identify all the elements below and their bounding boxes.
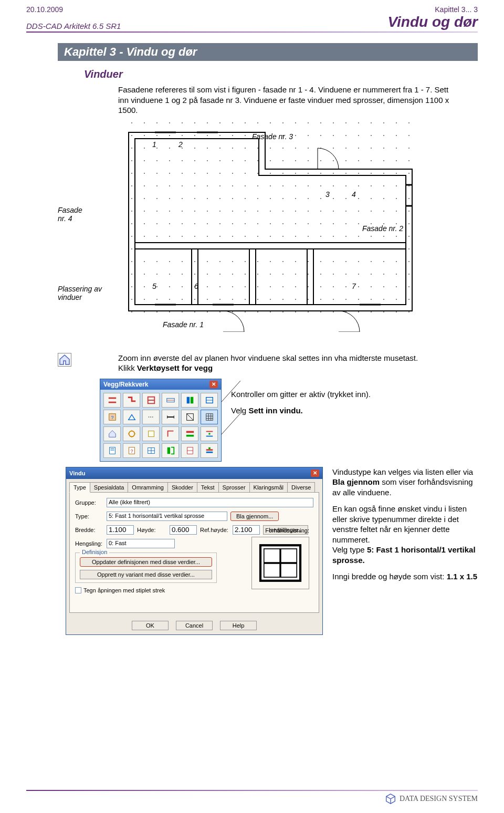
- tool-icon[interactable]: [181, 443, 198, 458]
- insert-window-tool[interactable]: [142, 443, 160, 458]
- close-icon[interactable]: ✕: [209, 381, 218, 388]
- svg-rect-9: [108, 397, 116, 399]
- svg-rect-34: [186, 431, 193, 433]
- home-icon[interactable]: [58, 353, 71, 367]
- tool-icon[interactable]: ?: [123, 443, 140, 458]
- opprett-variant-button[interactable]: Opprett ny variant med disse verdier...: [80, 570, 212, 579]
- hengsling-select[interactable]: 0: Fast: [107, 539, 175, 548]
- svg-text:?: ?: [111, 414, 113, 420]
- tab-spesialdata[interactable]: Spesialdata: [90, 482, 129, 493]
- svg-rect-33: [148, 431, 154, 436]
- toolbox-titlebar: Vegg/Rekkverk ✕: [100, 379, 221, 390]
- tool-icon[interactable]: [103, 393, 121, 408]
- footer-brand-text: DATA DESIGN SYSTEM: [400, 795, 478, 803]
- tool-icon[interactable]: [162, 426, 179, 441]
- bredde-input[interactable]: [107, 525, 134, 535]
- tool-icon[interactable]: [142, 426, 160, 441]
- header-date: 20.10.2009: [26, 5, 63, 14]
- note-grid-active: Kontroller om gitter er aktiv (trykket i…: [231, 389, 478, 400]
- tab-diverse[interactable]: Diverse: [287, 482, 315, 493]
- tool-icon[interactable]: [181, 393, 198, 408]
- facade-3-label: Fasade nr. 3: [252, 132, 293, 141]
- svg-rect-1: [123, 122, 417, 316]
- plan-num-7: 7: [352, 282, 356, 290]
- plan-num-2: 2: [178, 140, 183, 149]
- gruppe-select[interactable]: Alle (ikke filtrert): [107, 498, 313, 507]
- definisjon-legend: Definisjon: [80, 549, 109, 555]
- vegg-rekkverk-toolbox: Vegg/Rekkverk ✕ ?: [100, 379, 222, 462]
- type-select[interactable]: 5: Fast 1 horisontal/1 vertikal sprosse: [107, 512, 227, 521]
- tool-icon[interactable]: [201, 443, 218, 458]
- stiplet-label: Tegn åpningen med stiplet strek: [83, 587, 165, 593]
- svg-point-32: [129, 431, 134, 436]
- dialog-explanation: Vindustype kan velges via listen eller v…: [332, 467, 478, 635]
- tab-omramming[interactable]: Omramming: [128, 482, 168, 493]
- page-footer: DATA DESIGN SYSTEM: [26, 790, 478, 805]
- dialog-tabs: Type Spesialdata Omramming Skodder Tekst…: [66, 479, 322, 493]
- footer-rule: [26, 790, 478, 791]
- grid-toggle-tool[interactable]: [201, 410, 218, 424]
- explain-p1: Vindustype kan velges via listen eller v…: [332, 467, 478, 498]
- toolbox-notes: Kontroller om gitter er aktiv (trykket i…: [231, 379, 478, 462]
- svg-rect-27: [206, 413, 213, 420]
- floor-plan-figure: Fasade nr. 4 Plassering av vinduer: [26, 122, 478, 337]
- home-tool-icon[interactable]: [103, 426, 121, 441]
- facade-4-label: Fasade nr. 4: [58, 206, 82, 223]
- explain-p3: Inngi bredde og høyde som vist: 1.1 x 1.…: [332, 571, 478, 582]
- plan-num-5: 5: [152, 282, 156, 290]
- svg-line-52: [222, 381, 240, 402]
- tool-icon[interactable]: [181, 426, 198, 441]
- bredde-label: Bredde:: [75, 527, 103, 533]
- svg-rect-51: [206, 451, 213, 453]
- footer-brand: DATA DESIGN SYSTEM: [26, 793, 478, 805]
- chapter-bar: Kapittel 3 - Vindu og dør: [58, 43, 478, 61]
- tool-icon[interactable]: [162, 393, 179, 408]
- tool-icon[interactable]: [162, 443, 179, 458]
- tool-icon[interactable]: [201, 393, 218, 408]
- toolbox-title-text: Vegg/Rekkverk: [103, 381, 148, 388]
- svg-point-38: [208, 433, 211, 435]
- bla-gjennom-button[interactable]: Bla gjennom...: [230, 512, 279, 521]
- tool-icon[interactable]: [142, 410, 160, 424]
- stiplet-checkbox[interactable]: [75, 587, 81, 593]
- tool-icon[interactable]: [142, 393, 160, 408]
- tool-icon[interactable]: [123, 410, 140, 424]
- svg-rect-47: [167, 447, 170, 454]
- tool-icon[interactable]: [123, 393, 140, 408]
- tool-icon[interactable]: [162, 410, 179, 424]
- facade-2-label: Fasade nr. 2: [362, 224, 403, 233]
- tool-icon[interactable]: [181, 410, 198, 424]
- section-heading: Vinduer: [84, 68, 478, 80]
- help-button[interactable]: Help: [220, 621, 257, 630]
- cancel-button[interactable]: Cancel: [176, 621, 213, 630]
- explain-p2: En kan også finne ønsket vindu i listen …: [332, 504, 478, 565]
- pointer-lines: [220, 377, 242, 440]
- plan-num-6: 6: [194, 282, 198, 290]
- tool-icon[interactable]: ?: [103, 410, 121, 424]
- tab-type[interactable]: Type: [69, 482, 90, 493]
- tool-icon[interactable]: [103, 443, 121, 458]
- ok-button[interactable]: OK: [132, 621, 169, 630]
- oppdater-def-button[interactable]: Oppdater definisjonen med disse verdier.…: [80, 557, 212, 567]
- tab-skodder[interactable]: Skodder: [167, 482, 197, 493]
- tab-klaringsmal[interactable]: Klaringsmål: [249, 482, 288, 493]
- tab-tekst[interactable]: Tekst: [197, 482, 219, 493]
- svg-line-26: [186, 413, 193, 420]
- preview-label: Forhåndsvisning:: [265, 527, 309, 534]
- dialog-buttons: OK Cancel Help: [66, 617, 322, 634]
- refh-input[interactable]: [233, 525, 260, 535]
- tool-icon[interactable]: [123, 426, 140, 441]
- tool-icon[interactable]: [201, 426, 218, 441]
- dialog-title-text: Vindu: [69, 470, 85, 476]
- tab-sprosser[interactable]: Sprosser: [218, 482, 250, 493]
- hengsling-label: Hengsling:: [75, 540, 103, 547]
- close-icon[interactable]: ✕: [311, 470, 319, 477]
- header-rule: [26, 32, 478, 33]
- window-preview: [251, 537, 309, 589]
- plan-num-1: 1: [152, 140, 156, 149]
- svg-rect-10: [108, 401, 116, 403]
- click-toolset-instruction: Klikk Verktøysett for vegg: [118, 363, 457, 373]
- hoyde-input[interactable]: [170, 525, 197, 535]
- svg-rect-39: [109, 447, 115, 454]
- type-label: Type:: [75, 513, 103, 519]
